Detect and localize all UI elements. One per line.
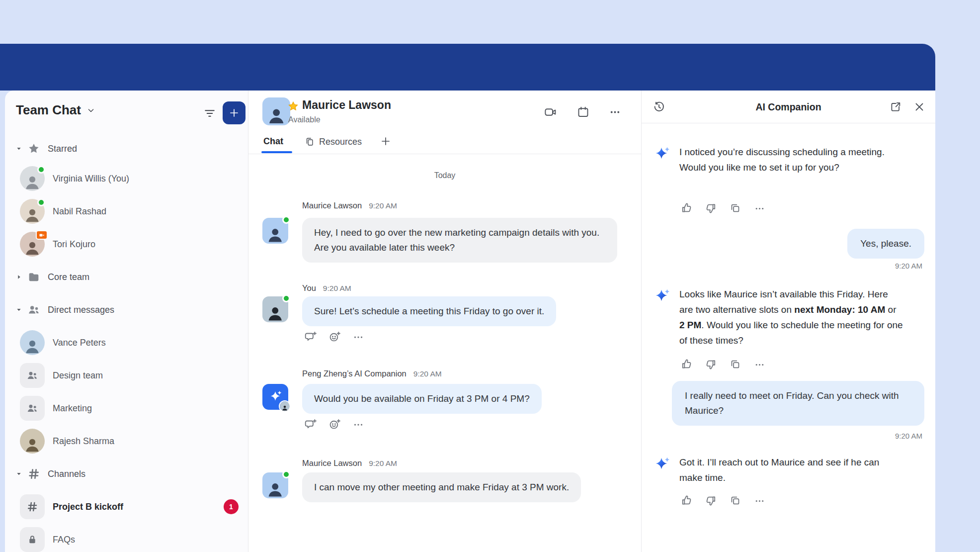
- sidebar-section-channels[interactable]: Channels: [5, 461, 248, 486]
- thumbs-up-icon[interactable]: [680, 358, 693, 370]
- thumbs-up-icon[interactable]: [680, 494, 693, 507]
- star-icon: [27, 142, 41, 156]
- message-avatar[interactable]: [262, 296, 288, 322]
- thumbs-down-icon[interactable]: [705, 202, 717, 214]
- new-chat-button[interactable]: [223, 101, 245, 124]
- header-divider: [248, 154, 641, 154]
- open-in-window-icon[interactable]: [889, 100, 902, 113]
- ai-message-actions: [680, 202, 766, 214]
- peer-status: Available: [288, 115, 321, 124]
- contact-name: Rajesh Sharma: [53, 436, 114, 447]
- message-time: 9:20 AM: [413, 369, 442, 378]
- message-bubble: Would you be available on Friday at 3 PM…: [302, 384, 542, 414]
- group-name: Design team: [53, 370, 103, 381]
- hash-icon: [26, 500, 39, 513]
- sidebar-item-nabil-rashad[interactable]: Nabil Rashad: [5, 199, 248, 224]
- ai-text-bold: 2 PM: [679, 320, 701, 330]
- unread-badge: 1: [224, 499, 239, 514]
- folder-icon: [27, 270, 41, 284]
- sidebar-item-tori-kojuro[interactable]: Tori Kojuro: [5, 232, 248, 257]
- ai-message-text: Looks like Maurice isn’t available this …: [679, 286, 904, 348]
- sidebar-title-menu[interactable]: Team Chat: [16, 102, 96, 118]
- video-call-icon[interactable]: [544, 105, 557, 119]
- starred-contact-icon[interactable]: [287, 100, 299, 112]
- ai-sparkle-icon: [653, 145, 671, 163]
- ai-more-icon[interactable]: [753, 358, 766, 370]
- reply-time: 9:20 AM: [895, 432, 922, 440]
- sidebar-section-starred[interactable]: Starred: [5, 136, 248, 161]
- tab-chat[interactable]: Chat: [263, 136, 283, 147]
- channel-avatar: [20, 527, 45, 552]
- ai-companion-avatar[interactable]: [262, 384, 288, 410]
- section-label: Direct messages: [48, 305, 114, 315]
- sidebar-item-project-b-kickoff[interactable]: Project B kickoff 1: [5, 494, 248, 519]
- message-meta: You 9:20 AM: [302, 283, 351, 293]
- schedule-meeting-icon[interactable]: [576, 105, 590, 119]
- ai-more-icon[interactable]: [753, 202, 766, 214]
- contact-name: Vance Peters: [53, 338, 106, 348]
- avatar: [20, 199, 45, 224]
- copy-icon[interactable]: [729, 358, 741, 370]
- reply-in-thread-icon[interactable]: [304, 418, 317, 431]
- message-avatar[interactable]: [262, 218, 288, 244]
- thumbs-up-icon[interactable]: [680, 202, 693, 214]
- section-label: Starred: [48, 144, 77, 154]
- add-reaction-icon[interactable]: [328, 330, 341, 343]
- owner-mini-avatar: [279, 400, 291, 412]
- presence-in-meeting-icon: [36, 230, 48, 240]
- avatar: [20, 232, 45, 257]
- message-bubble: I can move my other meeting and make Fri…: [302, 472, 581, 502]
- desktop-background-sliver: [0, 91, 5, 552]
- reply-in-thread-icon[interactable]: [304, 330, 317, 343]
- message-meta: Maurice Lawson 9:20 AM: [302, 201, 397, 210]
- add-reaction-icon[interactable]: [328, 418, 341, 431]
- tab-resources[interactable]: Resources: [304, 136, 362, 147]
- people-icon: [26, 402, 39, 415]
- hash-icon: [27, 467, 41, 481]
- presence-online-dot: [282, 216, 290, 224]
- caret-down-icon: [15, 306, 23, 314]
- message-avatar[interactable]: [262, 472, 288, 498]
- sidebar-folder-core-team[interactable]: Core team: [5, 265, 248, 289]
- message-more-icon[interactable]: [352, 418, 365, 431]
- sidebar-item-marketing[interactable]: Marketing: [5, 396, 248, 421]
- channel-avatar: [20, 494, 45, 519]
- presence-online-dot: [37, 198, 45, 206]
- message-bubble: Sure! Let’s schedule a meeting this Frid…: [302, 296, 556, 326]
- sidebar-item-rajesh-sharma[interactable]: Rajesh Sharma: [5, 429, 248, 454]
- close-panel-icon[interactable]: [913, 100, 926, 113]
- add-tab-icon[interactable]: [380, 135, 393, 149]
- filter-icon[interactable]: [203, 106, 217, 120]
- sidebar-item-vance-peters[interactable]: Vance Peters: [5, 330, 248, 355]
- ai-text-part: . Would you like to schedule the meeting…: [679, 320, 903, 346]
- thumbs-down-icon[interactable]: [705, 358, 717, 370]
- message-sender: You: [302, 283, 316, 293]
- date-divider: Today: [248, 171, 641, 180]
- ai-more-icon[interactable]: [753, 494, 766, 507]
- folder-label: Core team: [48, 272, 89, 282]
- sidebar-item-virginia-willis[interactable]: Virginia Willis (You): [5, 166, 248, 191]
- user-reply-bubble: I really need to meet on Friday. Can you…: [672, 381, 924, 426]
- peer-avatar[interactable]: [262, 97, 290, 125]
- chat-more-icon[interactable]: [608, 105, 622, 119]
- copy-icon[interactable]: [729, 202, 741, 214]
- sidebar-item-faqs[interactable]: FAQs: [5, 527, 248, 552]
- ai-companion-panel: AI Companion I noticed you’re discussing…: [641, 91, 935, 552]
- chevron-down-icon: [86, 105, 96, 115]
- presence-online-dot: [37, 166, 45, 174]
- avatar: [20, 166, 45, 191]
- sidebar-item-design-team[interactable]: Design team: [5, 363, 248, 388]
- app-title-bar: zoom Workplace Search ⌘F Home 1 Team Cha…: [0, 44, 935, 91]
- message-sender: Maurice Lawson: [302, 459, 362, 468]
- sidebar-section-direct-messages[interactable]: Direct messages: [5, 297, 248, 322]
- user-reply-bubble: Yes, please.: [847, 229, 924, 259]
- ai-panel-header: AI Companion: [642, 91, 935, 123]
- message-actions: [304, 330, 365, 343]
- copy-icon[interactable]: [729, 494, 741, 507]
- caret-down-icon: [15, 145, 23, 153]
- chat-main: Maurice Lawson Available Chat Resources …: [248, 91, 641, 552]
- ai-message-actions: [680, 494, 766, 507]
- ai-sparkle-icon: [653, 456, 671, 473]
- thumbs-down-icon[interactable]: [705, 494, 717, 507]
- message-more-icon[interactable]: [352, 330, 365, 343]
